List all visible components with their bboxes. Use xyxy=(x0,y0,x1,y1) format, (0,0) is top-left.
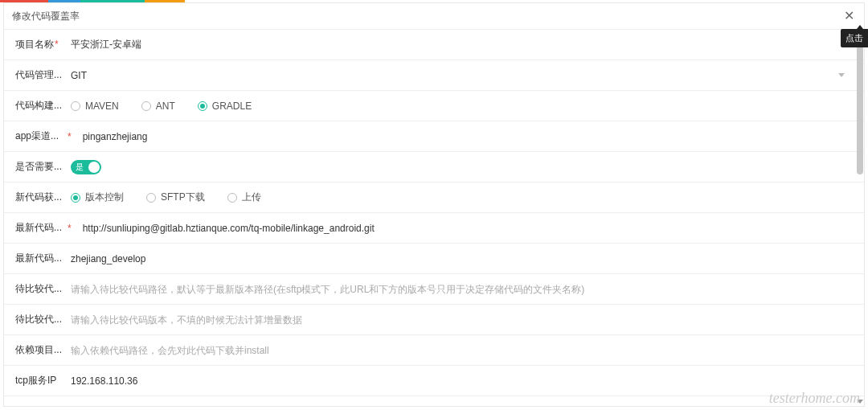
input-latest-branch[interactable] xyxy=(71,253,850,264)
label-compare-path: 待比较代... xyxy=(4,282,64,296)
switch-knob xyxy=(88,162,100,173)
modal-title: 修改代码覆盖率 xyxy=(12,10,80,23)
select-value: GIT xyxy=(71,70,87,81)
input-deps[interactable] xyxy=(71,345,850,356)
row-repo-type: 代码管理... GIT xyxy=(4,60,864,91)
tooltip-hint: 点击 xyxy=(841,29,868,47)
radio-ant[interactable]: ANT xyxy=(141,100,175,112)
row-tcp-ip: tcp服务IP xyxy=(4,366,864,396)
row-latest-url: 最新代码... * xyxy=(4,213,864,244)
radio-icon xyxy=(198,101,207,111)
label-build-tool: 代码构建... xyxy=(4,99,64,113)
radio-icon xyxy=(141,101,151,111)
select-repo-type[interactable]: GIT xyxy=(71,70,850,81)
scroll-down-icon[interactable] xyxy=(857,398,863,404)
input-tcp-ip[interactable] xyxy=(71,375,850,387)
radio-gradle[interactable]: GRADLE xyxy=(198,100,252,112)
input-compare-ver[interactable] xyxy=(71,314,850,326)
required-mark: * xyxy=(68,223,72,234)
row-new-code-source: 新代码获... 版本控制 SFTP下载 上传 xyxy=(4,182,864,213)
scroll-thumb[interactable] xyxy=(857,30,863,174)
input-compare-path[interactable] xyxy=(71,284,850,295)
label-app-channel: app渠道... xyxy=(4,129,64,143)
chevron-down-icon xyxy=(838,73,845,77)
switch-on-label: 是 xyxy=(76,162,84,173)
radio-icon xyxy=(71,193,80,203)
radio-sftp[interactable]: SFTP下载 xyxy=(146,191,205,204)
modal-header: 修改代码覆盖率 ✕ xyxy=(4,3,864,30)
radio-group-build-tool: MAVEN ANT GRADLE xyxy=(71,100,252,112)
radio-maven[interactable]: MAVEN xyxy=(71,100,119,112)
row-need-switch: 是否需要... 是 xyxy=(4,152,864,182)
label-latest-branch: 最新代码... xyxy=(4,252,64,265)
radio-icon xyxy=(71,101,80,111)
row-compare-ver: 待比较代... xyxy=(4,305,864,335)
label-project-name: 项目名称* xyxy=(4,38,64,51)
row-deps: 依赖项目... xyxy=(4,335,864,366)
modal-edit-coverage: 修改代码覆盖率 ✕ 项目名称* 代码管理... GIT 代码构建... MAVE… xyxy=(3,2,865,407)
scrollbar[interactable] xyxy=(856,30,864,406)
label-repo-type: 代码管理... xyxy=(4,68,64,82)
row-compare-path: 待比较代... xyxy=(4,274,864,305)
radio-group-new-code: 版本控制 SFTP下载 上传 xyxy=(71,191,261,204)
input-latest-url[interactable] xyxy=(83,223,850,234)
label-tcp-ip: tcp服务IP xyxy=(4,374,64,387)
required-mark: * xyxy=(68,131,72,142)
row-build-tool: 代码构建... MAVEN ANT GRADLE xyxy=(4,91,864,121)
input-app-channel[interactable] xyxy=(83,131,850,142)
radio-vcs[interactable]: 版本控制 xyxy=(71,191,124,204)
label-new-code: 新代码获... xyxy=(4,191,64,204)
row-latest-branch: 最新代码... xyxy=(4,244,864,274)
label-deps: 依赖项目... xyxy=(4,343,64,357)
row-app-channel: app渠道... * xyxy=(4,121,864,152)
input-project-name[interactable] xyxy=(71,39,850,51)
close-icon[interactable]: ✕ xyxy=(842,8,856,24)
label-compare-ver: 待比较代... xyxy=(4,313,64,326)
radio-upload[interactable]: 上传 xyxy=(227,191,261,204)
radio-icon xyxy=(227,193,237,203)
label-need: 是否需要... xyxy=(4,160,64,174)
switch-need[interactable]: 是 xyxy=(71,160,101,174)
form-body: 项目名称* 代码管理... GIT 代码构建... MAVEN ANT GRAD… xyxy=(4,30,864,406)
row-project-name: 项目名称* xyxy=(4,30,864,60)
label-latest-url: 最新代码... xyxy=(4,221,64,235)
radio-icon xyxy=(146,193,156,203)
